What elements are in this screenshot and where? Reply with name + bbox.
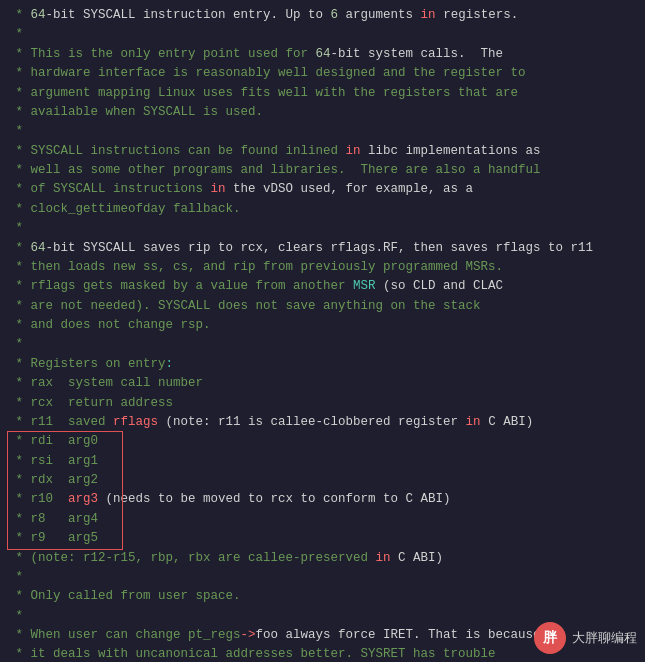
code-line: * — [8, 568, 637, 587]
code-token: * rdi arg0 — [8, 432, 98, 451]
code-token: -bit system calls. The — [331, 45, 504, 64]
code-line: * rdx arg2 — [8, 471, 637, 490]
code-token: foo always force IRET. That is because — [256, 626, 541, 645]
code-token: (note: r11 is callee-clobbered register — [158, 413, 466, 432]
code-token: registers. — [436, 6, 519, 25]
watermark-icon: 胖 — [534, 622, 566, 654]
code-token: in — [211, 180, 226, 199]
code-token: * r9 arg5 — [8, 529, 98, 548]
code-line: * hardware interface is reasonably well … — [8, 64, 637, 83]
code-token: rflags — [113, 413, 158, 432]
code-token: * rax system call number — [8, 374, 203, 393]
code-token: * rsi arg1 — [8, 452, 98, 471]
code-token: 64 — [31, 6, 46, 25]
code-line: * are not needed). SYSCALL does not save… — [8, 297, 637, 316]
code-line: * r8 arg4 — [8, 510, 637, 529]
code-token: libc implementations as — [361, 142, 541, 161]
watermark-label: 大胖聊编程 — [572, 629, 637, 647]
code-token: * rflags gets masked by a value from ano… — [8, 277, 353, 296]
code-token: * — [8, 607, 23, 626]
code-token: C ABI) — [391, 549, 444, 568]
code-token: * rdx arg2 — [8, 471, 98, 490]
code-line: * r9 arg5 — [8, 529, 637, 548]
code-token: * well as some other programs and librar… — [8, 161, 541, 180]
code-token: 64 — [316, 45, 331, 64]
code-line: * then loads new ss, cs, and rip from pr… — [8, 258, 637, 277]
code-token: in — [346, 142, 361, 161]
code-token: * are not needed). SYSCALL does not save… — [8, 297, 481, 316]
code-token: * of SYSCALL instructions — [8, 180, 211, 199]
code-token: * hardware interface is reasonably well … — [8, 64, 526, 83]
code-line: * This is the only entry point used for … — [8, 45, 637, 64]
code-token: * r10 — [8, 490, 68, 509]
code-token: arg3 — [68, 490, 98, 509]
code-token: in — [421, 6, 436, 25]
code-editor: * 64-bit SYSCALL instruction entry. Up t… — [0, 0, 645, 662]
code-line: * rflags gets masked by a value from ano… — [8, 277, 637, 296]
code-line: * 64-bit SYSCALL instruction entry. Up t… — [8, 6, 637, 25]
code-token: in — [466, 413, 481, 432]
code-token: * Registers on entry — [8, 355, 166, 374]
code-token: * — [8, 568, 23, 587]
code-token: * r11 saved — [8, 413, 113, 432]
watermark: 胖 大胖聊编程 — [534, 622, 637, 654]
code-token: arguments — [338, 6, 421, 25]
code-line: * Registers on entry: — [8, 355, 637, 374]
code-token: * When user can change pt_regs — [8, 626, 241, 645]
code-line: * r11 saved rflags (note: r11 is callee-… — [8, 413, 637, 432]
code-token: * — [8, 6, 31, 25]
code-content: * 64-bit SYSCALL instruction entry. Up t… — [8, 6, 637, 662]
code-line: * and does not change rsp. — [8, 316, 637, 335]
code-line: * r10 arg3 (needs to be moved to rcx to … — [8, 490, 637, 509]
code-line: * rcx return address — [8, 394, 637, 413]
code-token: * This is the only entry point used for — [8, 45, 316, 64]
code-token: 6 — [331, 6, 339, 25]
code-line: * SYSCALL instructions can be found inli… — [8, 142, 637, 161]
code-token: * r8 arg4 — [8, 510, 98, 529]
code-token: C ABI) — [481, 413, 534, 432]
code-line: * 64-bit SYSCALL saves rip to rcx, clear… — [8, 239, 637, 258]
code-line: * — [8, 219, 637, 238]
code-token: * — [8, 335, 23, 354]
code-line: * well as some other programs and librar… — [8, 161, 637, 180]
code-token: * (note: r12-r15, rbp, rbx are callee-pr… — [8, 549, 376, 568]
code-token: * — [8, 25, 23, 44]
code-line: * rdi arg0 — [8, 432, 637, 451]
code-line: * (note: r12-r15, rbp, rbx are callee-pr… — [8, 549, 637, 568]
code-token: the vDSO used, for example, as a — [226, 180, 474, 199]
code-line: * rsi arg1 — [8, 452, 637, 471]
code-token: * SYSCALL instructions can be found inli… — [8, 142, 346, 161]
code-token: * and does not change rsp. — [8, 316, 211, 335]
code-token: -bit SYSCALL saves rip to rcx, clears rf… — [46, 239, 594, 258]
code-token: * rcx return address — [8, 394, 173, 413]
code-token: -> — [241, 626, 256, 645]
code-token: * available when SYSCALL is used. — [8, 103, 263, 122]
code-line: * argument mapping Linux uses fits well … — [8, 84, 637, 103]
code-line: * rax system call number — [8, 374, 637, 393]
code-line: * of SYSCALL instructions in the vDSO us… — [8, 180, 637, 199]
code-token: * argument mapping Linux uses fits well … — [8, 84, 518, 103]
code-token: (so CLD and CLAC — [376, 277, 504, 296]
code-token: * then loads new ss, cs, and rip from pr… — [8, 258, 503, 277]
code-token: * clock_gettimeofday fallback. — [8, 200, 241, 219]
code-token: 64 — [31, 239, 46, 258]
code-token: -bit SYSCALL instruction entry. Up to — [46, 6, 331, 25]
code-token: * — [8, 239, 31, 258]
code-token: * it deals with uncanonical addresses be… — [8, 645, 496, 662]
code-line: * — [8, 122, 637, 141]
code-line: * clock_gettimeofday fallback. — [8, 200, 637, 219]
code-token: MSR — [353, 277, 376, 296]
code-token: * Only called from user space. — [8, 587, 241, 606]
code-line: * — [8, 335, 637, 354]
code-line: * — [8, 25, 637, 44]
code-token: : — [166, 355, 174, 374]
code-token: * — [8, 219, 23, 238]
code-line: * Only called from user space. — [8, 587, 637, 606]
code-token: in — [376, 549, 391, 568]
code-token: * — [8, 122, 23, 141]
code-token: (needs to be moved to rcx to conform to … — [98, 490, 451, 509]
code-line: * available when SYSCALL is used. — [8, 103, 637, 122]
watermark-icon-text: 胖 — [543, 629, 557, 647]
